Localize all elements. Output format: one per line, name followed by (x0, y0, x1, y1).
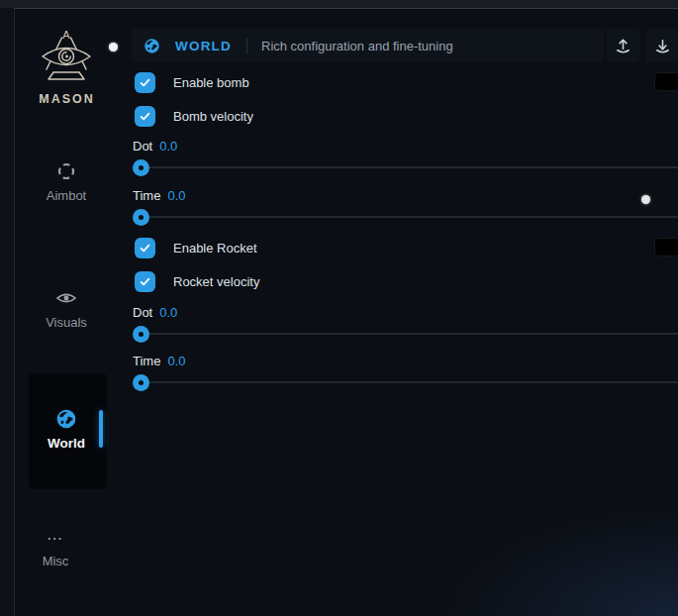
slider-value: 0.0 (167, 354, 185, 368)
slider-track[interactable] (134, 333, 678, 335)
download-icon (653, 37, 672, 55)
upload-config-button[interactable] (607, 29, 639, 62)
cursor-dot (109, 43, 118, 51)
slider-label: Dot (133, 139, 152, 154)
background-strip (0, 0, 678, 8)
slider-label: Dot (133, 305, 152, 320)
control-row-rocket-velocity: Rocket velocity (135, 271, 259, 292)
slider-value: 0.0 (159, 305, 177, 320)
mason-logo-icon: A (39, 27, 94, 88)
checkbox-label: Bomb velocity (173, 109, 253, 124)
checkbox-enable-bomb[interactable] (135, 72, 155, 93)
color-swatch-rocket[interactable] (654, 238, 678, 257)
slider-label: Time (133, 354, 160, 368)
slider-rocket-time[interactable] (133, 374, 678, 391)
slider-knob[interactable] (133, 159, 149, 176)
background-glow (421, 497, 678, 616)
check-icon (139, 110, 151, 123)
sidebar-item-label: Visuals (46, 315, 87, 330)
sidebar-item-label: Misc (23, 554, 88, 568)
sidebar: A MASON Aimbot Visual (15, 9, 119, 616)
slider-label: Time (133, 188, 160, 203)
control-row-enable-bomb: Enable bomb (135, 72, 249, 93)
page-header: WORLD Rich configuration and fine-tuning (132, 29, 604, 62)
slider-caption-bomb-dot: Dot 0.0 (133, 139, 177, 154)
sidebar-item-label: Aimbot (47, 188, 86, 203)
sidebar-item-world[interactable]: World (15, 408, 118, 452)
sidebar-item-misc[interactable]: ⋯ Misc (23, 532, 88, 568)
page-subtitle: Rich configuration and fine-tuning (261, 39, 453, 53)
check-icon (139, 275, 151, 288)
slider-value: 0.0 (159, 139, 177, 154)
slider-caption-rocket-time: Time 0.0 (133, 354, 185, 368)
slider-bomb-time[interactable] (133, 209, 678, 226)
control-row-bomb-velocity: Bomb velocity (135, 106, 253, 127)
download-config-button[interactable] (646, 29, 678, 62)
control-row-enable-rocket: Enable Rocket (135, 238, 257, 258)
globe-icon (55, 408, 77, 430)
slider-caption-bomb-time: Time 0.0 (133, 188, 185, 203)
sidebar-item-label: World (48, 436, 85, 451)
cheat-menu-window: A MASON Aimbot Visual (14, 8, 678, 616)
brand-name: MASON (15, 92, 119, 106)
slider-track[interactable] (134, 381, 678, 383)
ellipsis-icon: ⋯ (23, 532, 88, 546)
sidebar-item-visuals[interactable]: Visuals (15, 287, 118, 331)
sidebar-item-aimbot[interactable]: Aimbot (15, 160, 118, 204)
check-icon (139, 242, 151, 255)
page-title: WORLD (175, 39, 232, 53)
slider-caption-rocket-dot: Dot 0.0 (133, 305, 177, 320)
slider-bomb-dot[interactable] (133, 159, 678, 176)
checkbox-rocket-velocity[interactable] (135, 271, 155, 292)
slider-track[interactable] (134, 166, 678, 168)
upload-icon (614, 37, 632, 55)
slider-knob[interactable] (133, 374, 149, 391)
divider (246, 38, 247, 53)
checkbox-label: Rocket velocity (173, 274, 259, 289)
eye-icon (55, 287, 77, 309)
check-icon (139, 76, 151, 89)
checkbox-label: Enable bomb (173, 75, 249, 90)
crosshair-icon (55, 160, 77, 182)
logo-letter: A (62, 29, 70, 41)
slider-knob[interactable] (133, 326, 149, 343)
slider-track[interactable] (134, 216, 678, 218)
color-swatch-bomb[interactable] (654, 72, 678, 91)
checkbox-enable-rocket[interactable] (135, 238, 155, 258)
slider-rocket-dot[interactable] (133, 326, 678, 343)
checkbox-label: Enable Rocket (173, 241, 257, 256)
cursor-dot (641, 195, 650, 204)
slider-knob[interactable] (133, 209, 149, 226)
globe-icon (144, 38, 160, 54)
slider-value: 0.0 (167, 188, 185, 203)
checkbox-bomb-velocity[interactable] (135, 106, 155, 127)
